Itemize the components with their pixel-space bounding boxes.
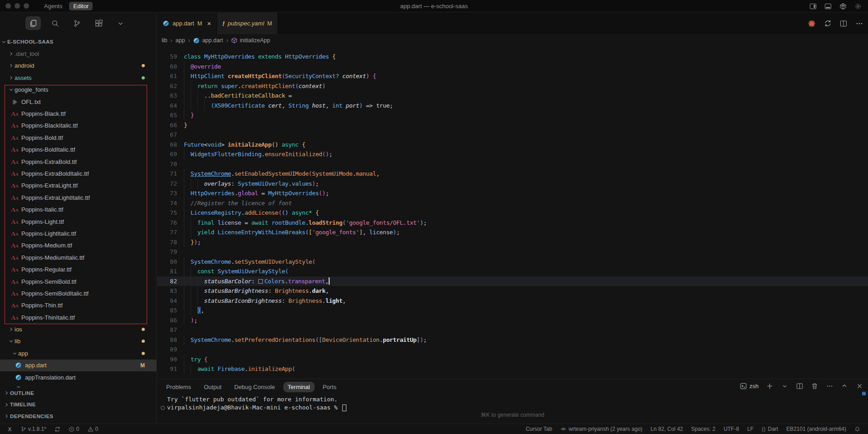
new-terminal-icon[interactable]: [765, 382, 774, 390]
status-label: wrteam-priyansh (2 years ago): [568, 426, 642, 432]
explorer-folder-assets[interactable]: assets: [0, 72, 157, 84]
line-content: HttpOverrides.global = MyHttpOverrides()…: [184, 188, 329, 198]
status-item-eb2101-android-arm64-[interactable]: EB2101 (android-arm64): [782, 424, 850, 434]
chevron-down-icon[interactable]: [113, 16, 128, 30]
explorer-file-Poppins-ExtraBoldItalic.ttf[interactable]: AAPoppins-ExtraBoldItalic.ttf: [0, 168, 157, 179]
status-item-v-1-8-1-[interactable]: v.1.8.1*: [17, 424, 50, 434]
panel-tab-ports[interactable]: Ports: [318, 382, 341, 392]
explorer-file-partial[interactable]: [0, 383, 157, 387]
split-editor-icon[interactable]: [839, 20, 848, 28]
line-number: 82: [157, 276, 177, 286]
status-item[interactable]: [50, 424, 64, 434]
file-explorer: E-SCHOOL-SAAS.dart_toolandroidassetsgoog…: [0, 36, 157, 387]
status-item-wrteam-priyansh-2-years-[interactable]: wrteam-priyansh (2 years ago): [556, 424, 646, 434]
terminal-dropdown-icon[interactable]: [780, 382, 789, 390]
explorer-file-Poppins-Medium.ttf[interactable]: AAPoppins-Medium.ttf: [0, 240, 157, 252]
settings-gear-icon[interactable]: [854, 2, 862, 10]
status-item[interactable]: [850, 424, 864, 434]
status-item-cursor-tab[interactable]: Cursor Tab: [522, 424, 556, 434]
status-item-spaces-2[interactable]: Spaces: 2: [687, 424, 720, 434]
explorer-file-Poppins-Italic.ttf[interactable]: AAPoppins-Italic.ttf: [0, 203, 157, 215]
traffic-lights[interactable]: [5, 3, 29, 9]
status-item-0[interactable]: 0: [84, 424, 103, 434]
explorer-folder-android[interactable]: android: [0, 60, 157, 72]
panel-tab-terminal[interactable]: Terminal: [283, 382, 315, 392]
explorer-file-Poppins-ExtraLight.ttf[interactable]: AAPoppins-ExtraLight.ttf: [0, 180, 157, 192]
kill-terminal-icon[interactable]: [810, 382, 819, 390]
split-terminal-icon[interactable]: [795, 382, 804, 390]
command-decoration-icon[interactable]: [161, 406, 165, 410]
sidebar-section-outline[interactable]: OUTLINE: [0, 387, 157, 399]
minimize-window-icon[interactable]: [15, 3, 20, 9]
explorer-root[interactable]: E-SCHOOL-SAAS: [0, 36, 157, 48]
mode-tab-editor[interactable]: Editor: [69, 2, 93, 10]
toggle-sidebar-icon[interactable]: [809, 2, 817, 10]
explorer-file-Poppins-BlackItalic.ttf[interactable]: AAPoppins-BlackItalic.ttf: [0, 120, 157, 132]
explorer-file-Poppins-Thin.ttf[interactable]: AAPoppins-Thin.ttf: [0, 300, 157, 311]
explorer-file-Poppins-MediumItalic.ttf[interactable]: AAPoppins-MediumItalic.ttf: [0, 252, 157, 263]
explorer-file-Poppins-LightItalic.ttf[interactable]: AAPoppins-LightItalic.ttf: [0, 227, 157, 239]
explorer-file-Poppins-Regular.ttf[interactable]: AAPoppins-Regular.ttf: [0, 263, 157, 275]
restart-icon[interactable]: [824, 20, 832, 28]
editor-tab-app.dart[interactable]: app.dartM×: [157, 13, 217, 34]
panel-tab-output[interactable]: Output: [199, 382, 226, 392]
explorer-file-Poppins-ThinItalic.ttf[interactable]: AAPoppins-ThinItalic.ttf: [0, 311, 157, 323]
shell-selector[interactable]: zsh: [740, 383, 759, 390]
explorer-file-Poppins-ExtraLightItalic.ttf[interactable]: AAPoppins-ExtraLightItalic.ttf: [0, 192, 157, 203]
sidebar-section-dependencies[interactable]: DEPENDENCIES: [0, 410, 157, 422]
flutter-hot-reload-icon[interactable]: [808, 20, 816, 28]
breadcrumb-label: initializeApp: [240, 37, 270, 44]
maximize-panel-icon[interactable]: [840, 382, 848, 390]
search-icon[interactable]: [47, 16, 63, 30]
explorer-folder-.dart_tool[interactable]: .dart_tool: [0, 48, 157, 59]
more-actions-icon[interactable]: [855, 20, 863, 28]
toggle-panel-icon[interactable]: [824, 2, 832, 10]
explorer-file-Poppins-ExtraBold.ttf[interactable]: AAPoppins-ExtraBold.ttf: [0, 156, 157, 168]
close-tab-icon[interactable]: ×: [207, 20, 211, 27]
breadcrumb-item-app.dart[interactable]: app.dart: [193, 37, 223, 44]
status-item[interactable]: [3, 424, 17, 434]
explorer-file-Poppins-Bold.ttf[interactable]: AAPoppins-Bold.ttf: [0, 132, 157, 143]
mode-tab-agents[interactable]: Agents: [40, 2, 66, 10]
warning-icon: [88, 426, 94, 432]
panel-tab-problems[interactable]: Problems: [162, 382, 196, 392]
close-panel-icon[interactable]: [855, 382, 863, 390]
status-item-lf[interactable]: LF: [743, 424, 758, 434]
extensions-icon[interactable]: [91, 16, 106, 30]
status-item-dart[interactable]: {}Dart: [758, 424, 782, 434]
code-editor[interactable]: 59class MyHttpOverrides extends HttpOver…: [157, 47, 868, 391]
line-number: 91: [157, 364, 177, 374]
breadcrumb-item-lib[interactable]: lib: [162, 37, 168, 44]
status-item-utf-8[interactable]: UTF-8: [720, 424, 743, 434]
line-content: ),: [184, 306, 204, 316]
explorer-files-icon[interactable]: [25, 16, 41, 30]
breadcrumb-item-initializeApp[interactable]: initializeApp: [231, 37, 270, 44]
status-item-ln-82-col-42[interactable]: Ln 82, Col 42: [646, 424, 687, 434]
explorer-file-Poppins-SemiBoldItalic.ttf[interactable]: AAPoppins-SemiBoldItalic.ttf: [0, 287, 157, 299]
breadcrumb-item-app[interactable]: app: [176, 37, 185, 44]
explorer-folder-ios[interactable]: ios: [0, 323, 157, 335]
explorer-file-Poppins-Black.ttf[interactable]: AAPoppins-Black.ttf: [0, 108, 157, 119]
explorer-folder-google_fonts[interactable]: google_fonts: [0, 84, 157, 96]
explorer-file-appTranslation.dart[interactable]: appTranslation.dart: [0, 371, 157, 383]
status-item-0[interactable]: 0: [64, 424, 84, 434]
explorer-folder-app[interactable]: app: [0, 347, 157, 359]
explorer-file-app.dart[interactable]: app.dartM: [0, 360, 157, 371]
panel-tab-debug-console[interactable]: Debug Console: [230, 382, 280, 392]
close-window-icon[interactable]: [5, 3, 11, 9]
file-label: Poppins-Thin.ttf: [21, 302, 63, 309]
cube-icon[interactable]: [839, 2, 847, 10]
explorer-folder-lib[interactable]: lib: [0, 335, 157, 347]
code-line-71: 71 SystemChrome.setEnabledSystemUIMode(S…: [157, 169, 868, 179]
source-control-icon[interactable]: [69, 16, 84, 30]
editor-tab-pubspec.yaml[interactable]: !pubspec.yamlM: [217, 13, 278, 34]
explorer-file-Poppins-BoldItalic.ttf[interactable]: AAPoppins-BoldItalic.ttf: [0, 144, 157, 156]
terminal-output[interactable]: Try `flutter pub outdated` for more info…: [161, 395, 346, 412]
sidebar-section-timeline[interactable]: TIMELINE: [0, 399, 157, 411]
panel-more-icon[interactable]: [825, 382, 833, 390]
explorer-file-Poppins-Light.ttf[interactable]: AAPoppins-Light.ttf: [0, 216, 157, 227]
maximize-window-icon[interactable]: [24, 3, 29, 9]
explorer-file-OFL.txt[interactable]: OFL.txt: [0, 96, 157, 108]
file-label: lib: [15, 338, 20, 345]
explorer-file-Poppins-SemiBold.ttf[interactable]: AAPoppins-SemiBold.ttf: [0, 276, 157, 287]
